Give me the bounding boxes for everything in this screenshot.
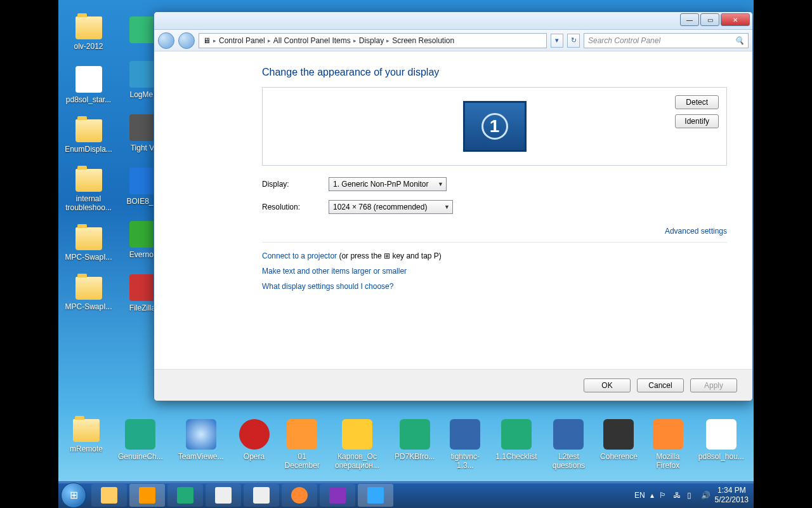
desktop-icon[interactable]: L2test questions: [553, 419, 585, 470]
desktop-icon[interactable]: TeamViewe...: [178, 419, 224, 470]
chevron-down-icon: ▼: [444, 204, 450, 210]
battery-icon[interactable]: ▯: [687, 491, 696, 500]
refresh-button[interactable]: ↻: [567, 34, 580, 48]
clock[interactable]: 1:34 PM 5/22/2013: [715, 486, 749, 504]
resolution-value: 1024 × 768 (recommended): [333, 203, 427, 211]
cancel-button[interactable]: Cancel: [637, 378, 684, 392]
search-placeholder: Search Control Panel: [588, 36, 660, 45]
desktop-icon[interactable]: mRemote: [70, 419, 103, 470]
taskbar-notepad[interactable]: [206, 484, 241, 507]
breadcrumb[interactable]: Control Panel: [219, 36, 265, 45]
clock-date: 5/22/2013: [715, 495, 749, 504]
larger-text-link[interactable]: Make text and other items larger or smal…: [262, 267, 407, 276]
address-bar[interactable]: 🖥 ▸ Control Panel ▸ All Control Panel It…: [199, 33, 547, 48]
desktop-icon[interactable]: internal troubleshoo...: [65, 169, 112, 212]
detect-button[interactable]: Detect: [675, 95, 719, 109]
display-label: Display:: [262, 180, 329, 189]
advanced-settings-link[interactable]: Advanced settings: [665, 227, 727, 236]
display-preview: 1 Detect Identify: [262, 87, 727, 166]
desktop-icon[interactable]: olv-2012: [65, 17, 112, 51]
back-button[interactable]: [158, 32, 174, 49]
maximize-button[interactable]: ▭: [700, 13, 719, 26]
desktop-icon[interactable]: MPC-SwapI...: [65, 277, 112, 311]
desktop-icon[interactable]: 01 December: [285, 419, 320, 470]
search-icon: 🔍: [735, 36, 744, 45]
connect-suffix: (or press the ⊞ key and tap P): [337, 251, 442, 260]
apply-button: Apply: [690, 378, 737, 392]
monitor-icon[interactable]: 1: [463, 101, 527, 152]
windows-icon: ⊞: [70, 489, 78, 501]
content-area: Change the appearance of your display 1 …: [154, 51, 752, 291]
desktop-icon[interactable]: PD7KBfro...: [395, 419, 435, 470]
flag-icon[interactable]: 🏳: [659, 491, 668, 500]
taskbar-excel[interactable]: [167, 484, 203, 507]
desktop-icon[interactable]: Mozilla Firefox: [653, 419, 683, 470]
volume-icon[interactable]: 🔊: [701, 491, 710, 500]
desktop: olv-2012 pd8sol_star... EnumDispla... in…: [58, 0, 754, 508]
desktop-icon[interactable]: pd8sol_hou...: [698, 419, 744, 470]
desktop-icon[interactable]: tightvnc-1.3...: [450, 419, 480, 470]
display-combo[interactable]: 1. Generic Non-PnP Monitor▼: [329, 177, 447, 191]
ok-button[interactable]: OK: [584, 378, 631, 392]
dialog-buttons: OK Cancel Apply: [154, 369, 752, 401]
page-title: Change the appearance of your display: [262, 67, 727, 78]
close-button[interactable]: ✕: [721, 13, 750, 26]
forward-button[interactable]: [178, 32, 195, 49]
search-input[interactable]: Search Control Panel 🔍: [584, 33, 749, 48]
resolution-combo[interactable]: 1024 × 768 (recommended)▼: [329, 200, 453, 214]
desktop-icon[interactable]: 1.1Checklist: [495, 419, 537, 470]
resolution-label: Resolution:: [262, 203, 329, 211]
desktop-icons-col1: olv-2012 pd8sol_star... EnumDispla... in…: [65, 17, 112, 326]
taskbar: ⊞ EN ▴ 🏳 🖧 ▯ 🔊 1:34 PM 5/22/2013: [58, 481, 754, 508]
desktop-icon[interactable]: EnumDispla...: [65, 119, 112, 154]
desktop-icon[interactable]: Coherence: [600, 419, 638, 470]
desktop-icon[interactable]: Карпов_Ос операцион...: [335, 419, 379, 470]
lang-indicator[interactable]: EN: [634, 491, 645, 500]
display-value: 1. Generic Non-PnP Monitor: [333, 180, 429, 189]
desktop-icons-bottom: mRemote GenuineCh... TeamViewe... Opera …: [70, 419, 742, 470]
breadcrumb[interactable]: Display: [359, 36, 384, 45]
breadcrumb[interactable]: All Control Panel Items: [273, 36, 351, 45]
chevron-down-icon: ▼: [438, 181, 443, 187]
desktop-icon[interactable]: MPC-SwapI...: [65, 227, 112, 262]
taskbar-controlpanel[interactable]: [358, 484, 393, 507]
history-dropdown[interactable]: ▾: [551, 34, 563, 48]
taskbar-onenote[interactable]: [320, 484, 355, 507]
computer-icon: 🖥: [203, 36, 211, 45]
identify-button[interactable]: Identify: [675, 114, 719, 128]
tray-chevron-icon[interactable]: ▴: [650, 491, 654, 500]
taskbar-pinned: [91, 484, 393, 507]
monitor-number: 1: [481, 113, 508, 140]
clock-time: 1:34 PM: [715, 486, 749, 495]
desktop-icon[interactable]: pd8sol_star...: [65, 66, 112, 104]
taskbar-outlook[interactable]: [129, 484, 165, 507]
address-row: 🖥 ▸ Control Panel ▸ All Control Panel It…: [154, 30, 752, 51]
control-panel-window: — ▭ ✕ 🖥 ▸ Control Panel ▸ All Control Pa…: [154, 11, 753, 401]
help-link[interactable]: What display settings should I choose?: [262, 282, 393, 291]
taskbar-explorer[interactable]: [91, 484, 127, 507]
breadcrumb[interactable]: Screen Resolution: [392, 36, 454, 45]
start-button[interactable]: ⊞: [61, 483, 86, 508]
minimize-button[interactable]: —: [680, 13, 699, 26]
system-tray: EN ▴ 🏳 🖧 ▯ 🔊 1:34 PM 5/22/2013: [634, 486, 754, 504]
desktop-icon[interactable]: GenuineCh...: [118, 419, 163, 470]
taskbar-firefox[interactable]: [282, 484, 317, 507]
desktop-icon[interactable]: Opera: [239, 419, 270, 470]
titlebar[interactable]: — ▭ ✕: [154, 12, 752, 30]
network-icon[interactable]: 🖧: [673, 491, 682, 500]
taskbar-paint[interactable]: [244, 484, 279, 507]
connect-projector-link[interactable]: Connect to a projector: [262, 251, 337, 260]
